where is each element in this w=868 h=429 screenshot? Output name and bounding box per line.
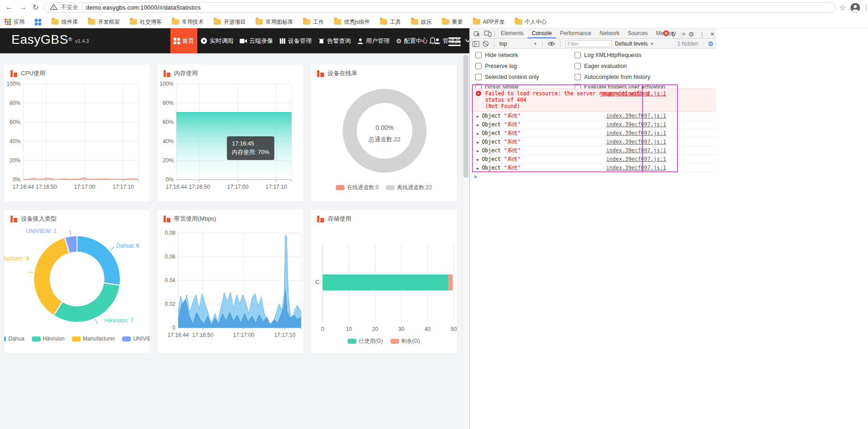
browser-menu-icon[interactable]: ⋮ — [863, 3, 868, 11]
checkbox-hide-network[interactable]: Hide network — [475, 52, 518, 58]
console-sidebar-icon[interactable] — [473, 41, 479, 47]
source-link[interactable]: index.39ecf097.js:1 — [606, 138, 666, 146]
checkbox-autocomplete-from-history[interactable]: Autocomplete from history — [575, 74, 650, 80]
bookmark-favicon[interactable] — [35, 19, 41, 26]
back-icon[interactable]: ← — [5, 3, 13, 12]
frame-context-select[interactable]: top▼ — [499, 41, 537, 47]
console-error-badge[interactable]: 1 — [663, 30, 674, 38]
legend-item[interactable]: 已使用(G) — [348, 337, 383, 345]
nav-item-告警查询[interactable]: 告警查询 — [315, 28, 354, 53]
notifications-bell-icon[interactable] — [429, 37, 437, 47]
legend-item[interactable]: 剩余(G) — [390, 337, 420, 345]
page-scrollbar-thumb[interactable] — [463, 55, 468, 178]
legend-swatch — [348, 339, 356, 344]
card-title: 带宽使用(Mbps) — [174, 215, 216, 223]
nav-item-配置中心[interactable]: ⚙配置中心 — [393, 28, 431, 53]
avatar[interactable] — [850, 3, 860, 15]
bookmark-folder[interactable]: 社交博客 — [130, 18, 162, 26]
inspect-element-icon[interactable] — [473, 30, 481, 37]
address-bar[interactable]: 不安全 demo.easygbs.com:10000/#/dataStatist… — [44, 2, 836, 13]
devtools-settings-gear-icon[interactable]: ⚙ — [688, 31, 694, 38]
forward-icon[interactable]: → — [19, 3, 27, 12]
bookmark-folder[interactable]: 个人中心 — [515, 18, 547, 26]
chart-plot — [176, 84, 293, 183]
legend-item[interactable]: 离线通道数:22 — [386, 184, 432, 191]
source-link[interactable]: index.39ecf097.js:1 — [606, 112, 666, 120]
hamburger-menu-icon[interactable] — [448, 37, 461, 46]
url-text[interactable]: demo.easygbs.com:10000/#/dataStatistics — [86, 4, 201, 11]
expand-triangle-icon[interactable]: ▶ — [477, 140, 479, 145]
source-link[interactable]: index.39ecf097.js:1 — [606, 155, 666, 163]
bookmark-folder[interactable]: 优秀js组件 — [334, 18, 370, 26]
live-expression-eye-icon[interactable] — [548, 41, 555, 47]
screenshot-root: ← → ↻ 不安全 demo.easygbs.com:10000/#/dataS… — [0, 0, 868, 429]
clear-console-icon[interactable] — [483, 41, 489, 47]
devtools-tab-sources[interactable]: Sources — [624, 28, 652, 38]
console-object-row[interactable]: ▶Object "系统"index.39ecf097.js:1 — [470, 112, 716, 120]
expand-triangle-icon[interactable]: ▶ — [477, 131, 479, 136]
expand-triangle-icon[interactable]: ▶ — [477, 123, 479, 127]
devtools-tab-performance[interactable]: Performance — [556, 28, 596, 38]
source-link[interactable]: index.39ecf097.js:1 — [606, 129, 666, 137]
devtools-tab-elements[interactable]: Elements — [497, 28, 528, 38]
chart-title-icon — [317, 70, 324, 77]
nav-item-用户管理[interactable]: 用户管理 — [354, 28, 393, 53]
expand-triangle-icon[interactable]: ▶ — [477, 149, 479, 153]
log-levels-select[interactable]: Default levels▼ — [615, 41, 654, 47]
reload-icon[interactable]: ↻ — [32, 3, 39, 12]
nav-item-设备管理[interactable]: 设备管理 — [276, 28, 315, 53]
nav-item-首页[interactable]: 首页 — [170, 28, 197, 53]
toolbar-divider — [560, 41, 560, 47]
bookmark-folder[interactable]: 娱乐 — [411, 18, 432, 26]
bookmark-folder[interactable]: 组件库 — [51, 18, 78, 26]
bookmark-folder[interactable]: 工具 — [380, 18, 401, 26]
bookmark-folder[interactable]: 开源项目 — [214, 18, 246, 26]
console-object-row[interactable]: ▶Object "系统"index.39ecf097.js:1 — [470, 146, 716, 155]
bookmark-folder[interactable]: 开发框架 — [88, 18, 120, 26]
source-link[interactable]: index.39ecf097.js:1 — [606, 146, 666, 155]
expand-triangle-icon[interactable]: ▶ — [477, 166, 479, 171]
console-settings-gear-icon[interactable]: ⚙ — [708, 40, 714, 47]
bookmark-folder[interactable]: 常用技术 — [172, 18, 204, 26]
console-object-row[interactable]: ▶Object "系统"index.39ecf097.js:1 — [470, 120, 716, 129]
bookmark-folder[interactable]: 重要 — [442, 18, 463, 26]
devtools-tab-console[interactable]: Console — [528, 28, 556, 38]
checkbox-log-xmlhttprequests[interactable]: Log XMLHttpRequests — [575, 52, 642, 58]
console-object-row[interactable]: ▶Object "系统"index.39ecf097.js:1 — [470, 129, 716, 138]
devtools-more-icon[interactable]: ⋮ — [699, 31, 705, 38]
bookmark-star-icon[interactable]: ☆ — [839, 3, 846, 12]
source-link[interactable]: index.39ecf097.js:1 — [606, 164, 666, 172]
card-title: 设备在线率 — [328, 69, 357, 78]
security-label[interactable]: 不安全 — [61, 4, 78, 11]
console-error-row[interactable]: Failed to load resource: the server resp… — [470, 88, 716, 112]
checkbox-preserve-log[interactable]: Preserve log — [475, 63, 517, 69]
devtools-tab-network[interactable]: Network — [596, 28, 624, 38]
legend-item[interactable]: UNIVIEW — [122, 336, 150, 342]
bookmark-folder[interactable]: 常用图标库 — [256, 18, 293, 26]
nav-item-实时调阅[interactable]: 实时调阅 — [197, 28, 236, 53]
legend-item[interactable]: Dahua — [4, 336, 25, 342]
not-secure-warning-icon[interactable] — [50, 4, 57, 12]
devtools-close-icon[interactable]: ✕ — [710, 31, 714, 37]
console-object-row[interactable]: ▶Object "系统"index.39ecf097.js:1 — [470, 164, 716, 172]
checkbox-selected-context-only[interactable]: Selected context only — [475, 74, 539, 80]
legend-item[interactable]: Hikvision — [32, 336, 65, 342]
source-link[interactable]: index.39ecf097.js:1 — [606, 120, 666, 129]
source-link[interactable]: jquery.timeplan2.js:1 — [600, 90, 666, 97]
expand-triangle-icon[interactable]: ▶ — [477, 114, 479, 119]
apps-shortcut[interactable]: 应用 — [5, 18, 25, 26]
bookmark-folder[interactable]: 工作 — [303, 18, 324, 26]
expand-triangle-icon[interactable]: ▶ — [477, 157, 479, 162]
checkbox-eager-evaluation[interactable]: Eager evaluation — [575, 63, 627, 69]
bookmark-folder[interactable]: APP开发 — [473, 18, 505, 26]
legend-item[interactable]: Manufacturer — [72, 336, 115, 342]
console-object-row[interactable]: ▶Object "系统"index.39ecf097.js:1 — [470, 155, 716, 164]
console-object-row[interactable]: ▶Object "系统"index.39ecf097.js:1 — [470, 138, 716, 146]
toolbar-divider — [494, 41, 494, 47]
axis-tick-label: 0.06 — [157, 253, 175, 260]
nav-item-云端录像[interactable]: 云端录像 — [236, 28, 276, 53]
device-toolbar-icon[interactable] — [484, 30, 492, 37]
legend-item[interactable]: 在线通道数:0 — [336, 184, 379, 191]
console-filter-input[interactable] — [565, 40, 612, 47]
console-prompt[interactable]: > — [470, 172, 716, 181]
